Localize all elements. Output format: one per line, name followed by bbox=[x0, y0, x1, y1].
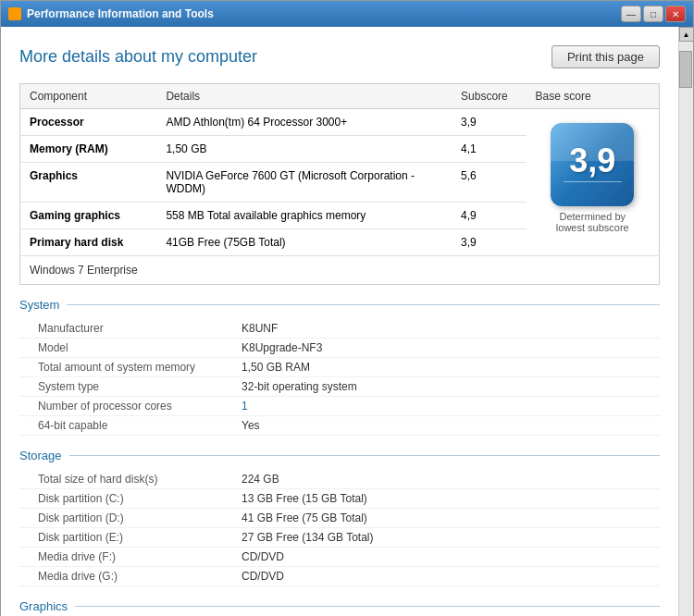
system-label: System bbox=[19, 298, 59, 312]
cell-details: 558 MB Total available graphics memory bbox=[156, 203, 452, 229]
cell-details: NVIDIA GeForce 7600 GT (Microsoft Corpor… bbox=[156, 163, 452, 203]
header-section: More details about my computer Print thi… bbox=[19, 45, 660, 68]
detail-value: 1 bbox=[242, 400, 248, 413]
performance-table: Component Details Subscore Base score Pr… bbox=[19, 83, 660, 285]
detail-value: 32-bit operating system bbox=[242, 380, 357, 393]
cell-component: Processor bbox=[20, 109, 157, 136]
detail-value: 41 GB Free (75 GB Total) bbox=[242, 511, 367, 524]
detail-label: Model bbox=[38, 341, 242, 354]
cell-details: 41GB Free (75GB Total) bbox=[156, 229, 452, 256]
cell-subscore: 4,9 bbox=[452, 203, 526, 229]
detail-value: K8UNF bbox=[242, 322, 278, 335]
window-title: Performance Information and Tools bbox=[27, 7, 214, 20]
detail-value: K8Upgrade-NF3 bbox=[242, 341, 322, 354]
title-bar-left: Performance Information and Tools bbox=[8, 7, 214, 20]
page-title: More details about my computer bbox=[19, 47, 257, 67]
maximize-button[interactable]: □ bbox=[643, 6, 663, 22]
system-divider bbox=[67, 304, 660, 305]
score-description: Determined bylowest subscore bbox=[556, 211, 629, 233]
detail-label: System type bbox=[38, 380, 242, 393]
detail-value: CD/DVD bbox=[242, 550, 284, 563]
storage-section-header: Storage bbox=[19, 449, 660, 462]
cell-component: Memory (RAM) bbox=[20, 136, 157, 163]
cell-subscore: 5,6 bbox=[452, 163, 526, 203]
scroll-thumb[interactable] bbox=[679, 51, 692, 88]
detail-label: Number of processor cores bbox=[38, 400, 242, 413]
scroll-up-button[interactable]: ▲ bbox=[679, 27, 694, 42]
score-badge: 3,9 bbox=[551, 123, 634, 206]
detail-value: CD/DVD bbox=[242, 570, 284, 583]
detail-row: Total size of hard disk(s)224 GB bbox=[19, 470, 660, 489]
detail-label: Total size of hard disk(s) bbox=[38, 473, 242, 486]
cell-subscore: 4,1 bbox=[452, 136, 526, 163]
os-label: Windows 7 Enterprise bbox=[20, 256, 660, 285]
system-detail-rows: ManufacturerK8UNFModelK8Upgrade-NF3Total… bbox=[19, 319, 660, 436]
col-header-base: Base score bbox=[527, 84, 660, 109]
detail-row: Number of processor cores1 bbox=[19, 397, 660, 416]
table-row: ProcessorAMD Athlon(tm) 64 Processor 300… bbox=[20, 109, 660, 136]
cell-subscore: 3,9 bbox=[452, 229, 526, 256]
scrollbar[interactable]: ▲ ▼ bbox=[678, 27, 693, 616]
cell-details: 1,50 GB bbox=[156, 136, 452, 163]
col-header-subscore: Subscore bbox=[452, 84, 526, 109]
detail-label: 64-bit capable bbox=[38, 419, 242, 432]
graphics-divider bbox=[75, 606, 660, 607]
detail-label: Media drive (G:) bbox=[38, 570, 242, 583]
cell-subscore: 3,9 bbox=[452, 109, 526, 136]
title-bar: Performance Information and Tools — □ ✕ bbox=[1, 1, 693, 27]
detail-row: System type32-bit operating system bbox=[19, 377, 660, 397]
detail-row: Disk partition (C:)13 GB Free (15 GB Tot… bbox=[19, 489, 660, 509]
system-section-header: System bbox=[19, 298, 660, 312]
print-button[interactable]: Print this page bbox=[551, 45, 660, 68]
detail-row: ModelK8Upgrade-NF3 bbox=[19, 339, 660, 358]
detail-label: Total amount of system memory bbox=[38, 361, 242, 374]
detail-label: Disk partition (D:) bbox=[38, 511, 242, 524]
col-header-details: Details bbox=[156, 84, 452, 109]
detail-label: Media drive (F:) bbox=[38, 550, 242, 563]
cell-component: Primary hard disk bbox=[20, 229, 157, 256]
os-row: Windows 7 Enterprise bbox=[20, 256, 660, 285]
storage-detail-rows: Total size of hard disk(s)224 GBDisk par… bbox=[19, 470, 660, 586]
minimize-button[interactable]: — bbox=[621, 6, 641, 22]
scroll-track[interactable] bbox=[679, 42, 693, 616]
storage-label: Storage bbox=[19, 449, 62, 462]
detail-label: Manufacturer bbox=[38, 322, 242, 335]
graphics-section-header: Graphics bbox=[19, 599, 660, 613]
storage-divider bbox=[69, 455, 660, 456]
col-header-component: Component bbox=[20, 84, 157, 109]
detail-row: Total amount of system memory1,50 GB RAM bbox=[19, 358, 660, 377]
score-badge-cell: 3,9Determined bylowest subscore bbox=[527, 109, 660, 256]
main-window: Performance Information and Tools — □ ✕ … bbox=[0, 0, 694, 616]
detail-row: ManufacturerK8UNF bbox=[19, 319, 660, 339]
detail-label: Disk partition (C:) bbox=[38, 492, 242, 505]
app-icon bbox=[8, 7, 21, 20]
close-button[interactable]: ✕ bbox=[665, 6, 686, 22]
cell-component: Graphics bbox=[20, 163, 157, 203]
main-content: More details about my computer Print thi… bbox=[1, 27, 678, 616]
title-bar-buttons: — □ ✕ bbox=[621, 6, 686, 22]
detail-value: 1,50 GB RAM bbox=[242, 361, 310, 374]
detail-row: Disk partition (D:)41 GB Free (75 GB Tot… bbox=[19, 509, 660, 528]
detail-value: 13 GB Free (15 GB Total) bbox=[242, 492, 367, 505]
cell-component: Gaming graphics bbox=[20, 203, 157, 229]
detail-label: Disk partition (E:) bbox=[38, 531, 242, 544]
score-number: 3,9 bbox=[569, 144, 615, 178]
content-area: More details about my computer Print thi… bbox=[1, 27, 693, 616]
detail-row: 64-bit capableYes bbox=[19, 416, 660, 436]
detail-row: Media drive (G:)CD/DVD bbox=[19, 567, 660, 586]
graphics-label: Graphics bbox=[19, 599, 68, 613]
detail-value: 27 GB Free (134 GB Total) bbox=[242, 531, 374, 544]
score-display: 3,9Determined bylowest subscore bbox=[536, 116, 650, 240]
detail-row: Disk partition (E:)27 GB Free (134 GB To… bbox=[19, 528, 660, 548]
detail-row: Media drive (F:)CD/DVD bbox=[19, 548, 660, 567]
detail-value: Yes bbox=[242, 419, 260, 432]
detail-value: 224 GB bbox=[242, 473, 279, 486]
cell-details: AMD Athlon(tm) 64 Processor 3000+ bbox=[156, 109, 452, 136]
